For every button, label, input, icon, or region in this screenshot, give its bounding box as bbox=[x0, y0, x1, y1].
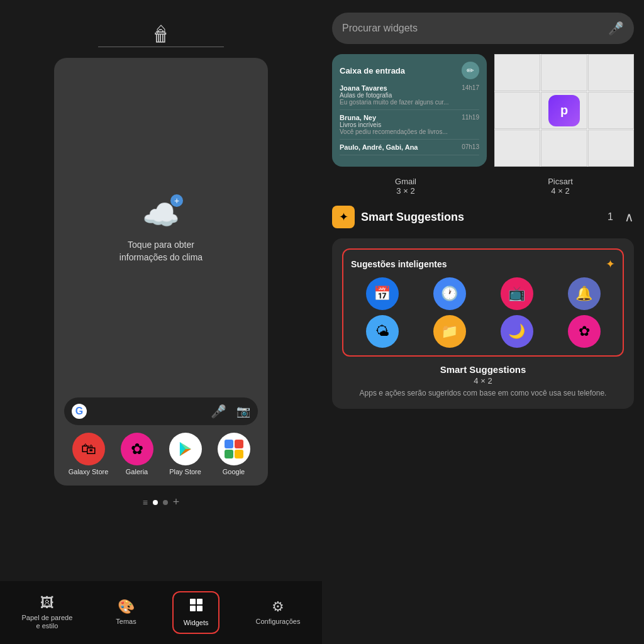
weather-text: Toque para obter informações do clima bbox=[119, 239, 203, 264]
widget-mic-icon[interactable]: 🎤 bbox=[608, 21, 624, 36]
smart-info-title: Smart Suggestions bbox=[342, 364, 624, 375]
gmail-edit-button[interactable]: ✏ bbox=[462, 62, 479, 79]
gmail-label-name: Gmail bbox=[332, 177, 479, 186]
dot-inactive bbox=[163, 500, 168, 505]
gmail-widget-label: Gmail 3 × 2 bbox=[332, 177, 479, 196]
galeria-icon: ✿ bbox=[121, 433, 153, 465]
google-search-bar[interactable]: G 🎤 📷 bbox=[64, 397, 258, 425]
app-clock-icon[interactable]: 🕐 bbox=[433, 277, 466, 310]
grid-icon: ≡ bbox=[143, 497, 148, 508]
app-play-store[interactable]: Play Store bbox=[163, 433, 208, 475]
weather-icon: ☁️ + bbox=[142, 197, 180, 233]
picsart-logo: p bbox=[548, 95, 580, 126]
mic-icon[interactable]: 🎤 bbox=[211, 404, 226, 419]
app-reminder-icon[interactable]: 🔔 bbox=[568, 277, 601, 310]
gmail-header: Caixa de entrada ✏ bbox=[340, 62, 479, 79]
nav-widgets[interactable]: Widgets bbox=[172, 591, 220, 633]
settings-icon: ⚙ bbox=[272, 599, 284, 615]
smart-suggestions-count: 1 bbox=[608, 211, 613, 223]
phone-screen: 🗑 ☁️ + Toque para obter informações do c… bbox=[54, 58, 268, 486]
widget-label-row: Gmail 3 × 2 Picsart 4 × 2 bbox=[332, 177, 634, 196]
smart-widget-title: Sugestões inteligentes bbox=[351, 259, 447, 269]
trash-icon: 🗑 bbox=[153, 26, 169, 46]
email-time-1: 14h17 bbox=[462, 84, 479, 92]
email-preview-2: Você pediu recomendações de livros... bbox=[340, 128, 479, 135]
widget-grid: Caixa de entrada ✏ Joana Tavares 14h17 A… bbox=[332, 54, 634, 167]
widget-search-bar[interactable]: Procurar widgets 🎤 bbox=[332, 13, 634, 44]
lens-icon[interactable]: 📷 bbox=[236, 404, 250, 418]
galaxy-store-icon: 🛍 bbox=[72, 433, 105, 465]
nav-themes[interactable]: 🎨 Temas bbox=[108, 594, 143, 631]
widget-search-text: Procurar widgets bbox=[342, 23, 603, 34]
smart-suggestions-icon: ✦ bbox=[332, 206, 355, 228]
picsart-label-size: 4 × 2 bbox=[487, 186, 634, 196]
chevron-up-icon[interactable]: ∧ bbox=[625, 209, 634, 225]
sparkles-icon: ✦ bbox=[606, 257, 615, 271]
themes-label: Temas bbox=[116, 618, 136, 626]
svg-rect-0 bbox=[190, 599, 196, 604]
smart-widget-header: Sugestões inteligentes ✦ bbox=[351, 257, 615, 271]
google-g-logo: G bbox=[72, 404, 87, 419]
divider-line bbox=[98, 47, 224, 47]
app-galeria[interactable]: ✿ Galeria bbox=[114, 433, 160, 475]
right-panel: Procurar widgets 🎤 Caixa de entrada ✏ Jo… bbox=[322, 0, 644, 644]
google-label: Google bbox=[223, 468, 245, 475]
settings-label: Configurações bbox=[256, 618, 301, 626]
email-sender-3: Paulo, André, Gabi, Ana bbox=[340, 143, 418, 151]
svg-rect-3 bbox=[197, 606, 203, 611]
email-sender-1: Joana Tavares bbox=[340, 84, 387, 92]
galaxy-store-label: Galaxy Store bbox=[69, 468, 109, 475]
page-indicators: ≡ + bbox=[143, 496, 180, 509]
email-time-3: 07h13 bbox=[462, 143, 479, 151]
app-linear-icon[interactable]: 🌙 bbox=[501, 315, 533, 348]
gmail-title: Caixa de entrada bbox=[340, 66, 405, 75]
smart-app-grid: 📅 🕐 📺 🔔 🌤 📁 🌙 ✿ bbox=[351, 277, 615, 348]
svg-rect-1 bbox=[197, 599, 203, 604]
google-icon bbox=[218, 433, 250, 465]
galeria-label: Galeria bbox=[126, 468, 148, 475]
email-time-2: 11h19 bbox=[462, 114, 479, 121]
smart-info-desc: Apps e ações serão sugeridos com base em… bbox=[342, 388, 624, 399]
nav-settings[interactable]: ⚙ Configurações bbox=[248, 594, 308, 631]
wallpaper-icon: 🖼 bbox=[40, 595, 54, 611]
widgets-label: Widgets bbox=[184, 619, 209, 627]
app-dock: 🛍 Galaxy Store ✿ Galeria bbox=[64, 433, 258, 475]
dot-active bbox=[153, 500, 158, 505]
wallpaper-label: Papel de paredee estilo bbox=[22, 614, 73, 630]
add-page-icon[interactable]: + bbox=[173, 496, 180, 509]
weather-widget[interactable]: ☁️ + Toque para obter informações do cli… bbox=[119, 70, 203, 391]
svg-rect-2 bbox=[190, 606, 196, 611]
app-weather-icon[interactable]: 🌤 bbox=[366, 315, 399, 348]
app-google[interactable]: Google bbox=[211, 433, 257, 475]
app-bitmoji-icon[interactable]: ✿ bbox=[568, 315, 601, 348]
app-calendar-icon[interactable]: 📅 bbox=[366, 277, 399, 310]
smart-widget-box[interactable]: Sugestões inteligentes ✦ 📅 🕐 📺 🔔 🌤 📁 🌙 ✿ bbox=[342, 248, 624, 357]
email-preview-1: Eu gostaria muito de fazer alguns cur... bbox=[340, 99, 479, 106]
app-galaxy-store[interactable]: 🛍 Galaxy Store bbox=[66, 433, 111, 475]
widgets-icon bbox=[189, 597, 204, 616]
smart-suggestions-panel: Sugestões inteligentes ✦ 📅 🕐 📺 🔔 🌤 📁 🌙 ✿… bbox=[332, 238, 634, 409]
email-item-2: Bruna, Ney 11h19 Livros incríveis Você p… bbox=[340, 114, 479, 140]
email-subject-1: Aulas de fotografia bbox=[340, 92, 479, 99]
smart-suggestions-title: Smart Suggestions bbox=[361, 211, 601, 224]
app-screen-recorder-icon[interactable]: 📺 bbox=[501, 277, 533, 310]
email-item-3: Paulo, André, Gabi, Ana 07h13 bbox=[340, 143, 479, 155]
left-panel: ⌂ 🗑 ☁️ + Toque para obter informações do… bbox=[0, 0, 322, 644]
bottom-navigation: 🖼 Papel de paredee estilo 🎨 Temas Widget… bbox=[0, 581, 322, 644]
gmail-widget[interactable]: Caixa de entrada ✏ Joana Tavares 14h17 A… bbox=[332, 54, 487, 167]
weather-plus-icon: + bbox=[170, 194, 183, 207]
gmail-label-size: 3 × 2 bbox=[332, 186, 479, 196]
email-item-1: Joana Tavares 14h17 Aulas de fotografia … bbox=[340, 84, 479, 110]
nav-wallpaper[interactable]: 🖼 Papel de paredee estilo bbox=[14, 590, 80, 635]
smart-info-size: 4 × 2 bbox=[342, 376, 624, 386]
email-sender-2: Bruna, Ney bbox=[340, 114, 376, 121]
smart-suggestions-info: Smart Suggestions 4 × 2 Apps e ações ser… bbox=[342, 364, 624, 399]
play-store-label: Play Store bbox=[169, 468, 201, 475]
picsart-label-name: Picsart bbox=[487, 177, 634, 186]
email-subject-2: Livros incríveis bbox=[340, 121, 479, 128]
picsart-widget[interactable]: p bbox=[494, 54, 634, 167]
app-files-icon[interactable]: 📁 bbox=[433, 315, 466, 348]
play-store-icon bbox=[169, 433, 202, 465]
themes-icon: 🎨 bbox=[118, 599, 135, 615]
smart-suggestions-header: ✦ Smart Suggestions 1 ∧ bbox=[332, 206, 634, 228]
